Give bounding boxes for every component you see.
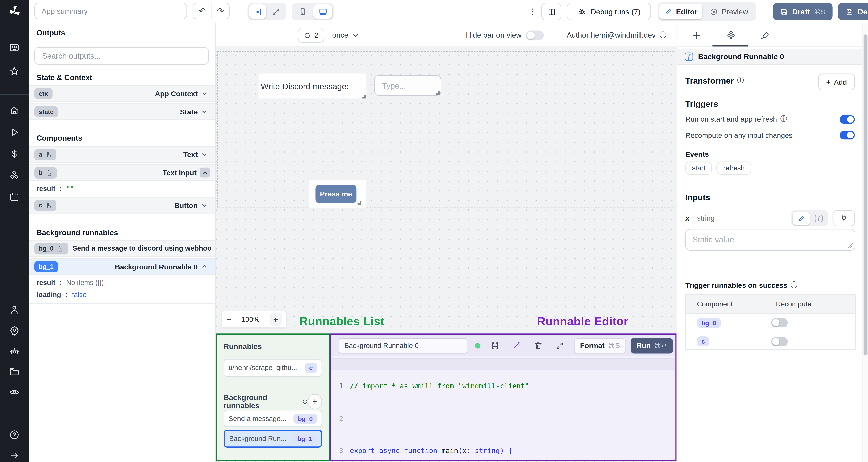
preview-icon xyxy=(710,7,718,16)
info-icon[interactable]: ⓘ xyxy=(790,280,798,290)
favorites-star-icon[interactable] xyxy=(0,66,29,77)
bg1-loading-value: false xyxy=(72,291,87,299)
hide-bar-toggle[interactable] xyxy=(526,30,544,40)
badge-c: c xyxy=(697,336,710,346)
code-editor[interactable]: 1 2 3 4 5 6 // import * as wmill from "w… xyxy=(331,356,676,460)
b-result-row[interactable]: result: "" xyxy=(37,185,74,193)
tab-settings-components[interactable] xyxy=(721,28,740,43)
code-lines[interactable]: // import * as wmill from "windmill-clie… xyxy=(350,359,529,461)
users-person-icon[interactable] xyxy=(0,304,29,315)
refresh-count-button[interactable]: 2 xyxy=(298,28,324,42)
output-row-bg0[interactable]: bg_0 Send a message to discord using web… xyxy=(29,240,215,257)
info-icon[interactable]: ⓘ xyxy=(780,114,787,124)
output-row-b[interactable]: b Text Input xyxy=(29,164,215,181)
format-button[interactable]: Format ⌘S xyxy=(574,338,626,353)
output-row-ctx[interactable]: ctx App Context xyxy=(29,85,215,102)
text-component[interactable]: Write Discord message: xyxy=(258,73,366,98)
output-row-state[interactable]: state State xyxy=(29,103,215,120)
static-pencil-icon[interactable] xyxy=(793,211,810,225)
tab-editor[interactable]: Editor xyxy=(659,4,703,19)
runnable-name-input[interactable] xyxy=(339,338,467,353)
runs-play-icon[interactable] xyxy=(0,127,29,138)
resize-handle[interactable] xyxy=(436,91,440,95)
chevron-down-icon[interactable] xyxy=(201,108,208,115)
chevron-up-box[interactable] xyxy=(200,168,210,178)
search-outputs-input[interactable] xyxy=(34,47,209,65)
redo-icon[interactable]: ↷ xyxy=(212,3,229,19)
resources-cubes-icon[interactable] xyxy=(0,170,29,181)
ctx-id-chip: ctx xyxy=(34,88,53,99)
chevron-down-icon[interactable] xyxy=(201,151,208,158)
runnable-item-c[interactable]: u/henri/scrape_githu... c xyxy=(224,359,322,377)
runnable-item-bg0[interactable]: Send a message... bg_0 xyxy=(224,410,322,427)
center-layout-icon[interactable] xyxy=(249,4,266,19)
run-on-start-toggle[interactable] xyxy=(840,115,855,124)
interval-dropdown[interactable]: once xyxy=(332,28,360,42)
fullwidth-expand-icon[interactable] xyxy=(268,4,284,19)
bg1-loading-row[interactable]: loading: false xyxy=(37,291,87,299)
table-row: bg_0 xyxy=(686,314,855,332)
tab-preview[interactable]: Preview xyxy=(704,4,754,19)
mobile-icon[interactable] xyxy=(293,4,312,19)
draft-button[interactable]: Draft ⌘S xyxy=(773,3,833,21)
settings-gear-icon[interactable] xyxy=(0,325,29,336)
press-me-button[interactable]: Press me xyxy=(315,185,356,203)
help-icon[interactable] xyxy=(0,429,29,440)
docs-book-button[interactable] xyxy=(541,3,561,21)
delete-trash-icon[interactable] xyxy=(534,341,543,350)
recompute-toggle-c[interactable] xyxy=(771,336,788,346)
output-row-c[interactable]: c Button xyxy=(29,197,215,213)
tab-insert-plus[interactable] xyxy=(687,28,706,43)
bg1-result-row[interactable]: result: No items ([]) xyxy=(37,279,104,287)
recompute-toggle-bg0[interactable] xyxy=(771,318,788,328)
deploy-button[interactable]: Deploy xyxy=(838,3,868,21)
database-icon[interactable] xyxy=(491,341,500,350)
tab-styling-brush[interactable] xyxy=(756,28,775,43)
collapse-arrow-icon[interactable] xyxy=(0,451,29,461)
chevron-down-icon[interactable] xyxy=(201,202,208,209)
folders-icon[interactable] xyxy=(0,366,29,377)
chevron-up-icon[interactable] xyxy=(201,263,208,270)
workers-robot-icon[interactable] xyxy=(0,346,29,357)
event-chip-start[interactable]: start xyxy=(685,161,712,175)
expand-icon[interactable] xyxy=(555,341,564,350)
eval-function-icon[interactable]: f xyxy=(811,211,827,225)
audit-eye-icon[interactable] xyxy=(0,387,29,398)
info-icon[interactable]: ⓘ xyxy=(660,31,666,40)
windmill-app-editor: ↶ ↷ ⋮ Debug runs (7) xyxy=(0,0,868,462)
right-scrollbar[interactable] xyxy=(862,23,868,462)
add-transformer-button[interactable]: + Add xyxy=(818,73,855,90)
badge-bg1: bg_1 xyxy=(293,434,317,444)
resize-handle[interactable] xyxy=(358,201,362,205)
home-icon[interactable] xyxy=(0,105,29,116)
textinput-component[interactable]: Type... xyxy=(374,75,441,96)
undo-icon[interactable]: ↶ xyxy=(193,3,212,19)
variables-dollar-icon[interactable] xyxy=(0,148,29,159)
windmill-logo-icon[interactable] xyxy=(0,4,29,18)
recompute-toggle[interactable] xyxy=(840,131,855,139)
event-chip-refresh[interactable]: refresh xyxy=(716,161,751,175)
textarea-resize-grip[interactable] xyxy=(847,243,853,249)
resize-handle[interactable] xyxy=(362,95,366,98)
output-row-bg1[interactable]: bg_1 Background Runnable 0 xyxy=(29,258,215,275)
schedules-calendar-icon[interactable] xyxy=(0,191,29,202)
runnable-item-bg1-selected[interactable]: Background Run... bg_1 xyxy=(224,430,322,448)
desktop-icon[interactable] xyxy=(313,4,332,19)
apps-icon[interactable] xyxy=(0,42,29,53)
run-button[interactable]: Run ⌘↵ xyxy=(630,338,673,353)
kebab-menu-icon[interactable]: ⋮ xyxy=(529,6,537,17)
run-on-start-label: Run on start and app refresh xyxy=(685,115,777,123)
app-summary-input[interactable] xyxy=(34,3,187,20)
scrollbar-thumb[interactable] xyxy=(863,34,867,355)
debug-runs-button[interactable]: Debug runs (7) xyxy=(567,3,651,21)
add-runnable-button[interactable]: + xyxy=(308,394,322,409)
runnable-editor-panel: Format ⌘S Run ⌘↵ 1 2 3 4 5 6 // import *… xyxy=(330,333,677,461)
zoom-in-button[interactable]: + xyxy=(270,313,282,326)
output-row-a[interactable]: a Text xyxy=(29,146,215,163)
ai-wand-icon[interactable] xyxy=(512,341,521,350)
zoom-out-button[interactable]: − xyxy=(226,315,231,324)
connect-plug-icon[interactable] xyxy=(833,210,855,226)
static-value-textarea[interactable]: Static value xyxy=(685,229,855,251)
info-icon[interactable]: ⓘ xyxy=(737,76,744,85)
chevron-down-icon[interactable] xyxy=(201,90,208,97)
